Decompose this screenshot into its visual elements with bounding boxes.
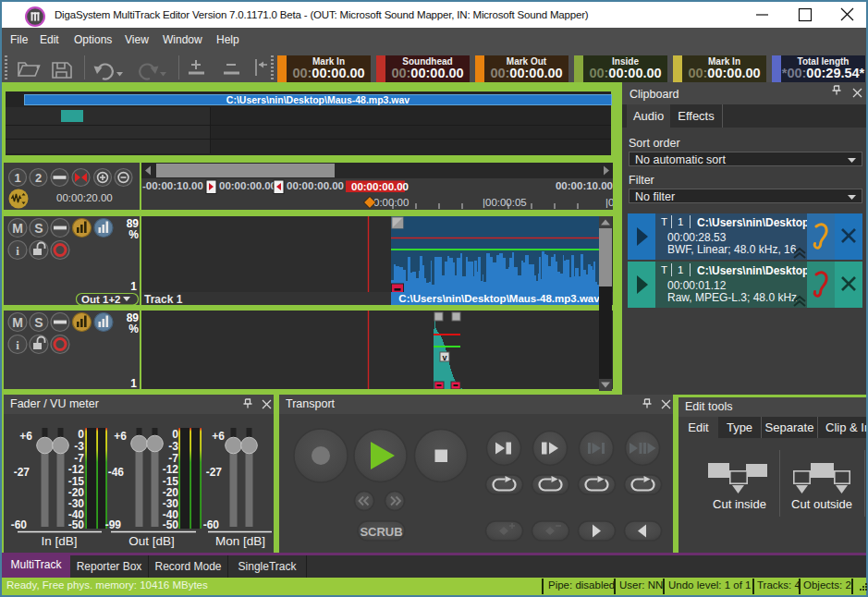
svg-text:+6: +6 bbox=[114, 430, 127, 443]
svg-text:Out 1+2: Out 1+2 bbox=[81, 294, 121, 305]
svg-text:-3: -3 bbox=[74, 440, 84, 453]
svg-text:i: i bbox=[16, 338, 19, 352]
svg-text:-12: -12 bbox=[163, 463, 179, 476]
svg-text:Out [dB]: Out [dB] bbox=[128, 534, 175, 548]
svg-text:i: i bbox=[16, 244, 19, 258]
svg-text:-50: -50 bbox=[163, 518, 179, 531]
svg-text:-00:00:10.00: -00:00:10.00 bbox=[142, 180, 203, 191]
svg-text:00:00:00.00: 00:00:00.00 bbox=[219, 180, 276, 191]
svg-text:SCRUB: SCRUB bbox=[360, 525, 402, 539]
svg-text:v: v bbox=[442, 353, 446, 362]
svg-text:1: 1 bbox=[130, 377, 137, 389]
svg-text:S: S bbox=[34, 315, 43, 330]
svg-text:-60: -60 bbox=[11, 518, 28, 531]
svg-text:0: 0 bbox=[172, 428, 178, 441]
svg-text:M: M bbox=[12, 315, 23, 330]
svg-text:%: % bbox=[128, 323, 139, 335]
svg-text:-60: -60 bbox=[203, 518, 220, 531]
svg-text:+6: +6 bbox=[19, 430, 32, 443]
svg-text:|00:: |00: bbox=[605, 197, 613, 208]
svg-text:-46: -46 bbox=[108, 466, 125, 479]
svg-text:+6: +6 bbox=[212, 430, 225, 443]
svg-text:Cut inside: Cut inside bbox=[713, 497, 766, 511]
svg-text:00:00:00.00: 00:00:00.00 bbox=[287, 180, 344, 191]
svg-text:|00:00:05: |00:00:05 bbox=[483, 197, 527, 208]
svg-text:S: S bbox=[34, 221, 43, 236]
svg-text:-99: -99 bbox=[105, 518, 122, 531]
svg-text:%: % bbox=[128, 228, 139, 241]
svg-text:1: 1 bbox=[14, 171, 20, 185]
svg-text:00:00:10.00: 00:00:10.00 bbox=[556, 180, 613, 191]
svg-text:-27: -27 bbox=[206, 466, 223, 479]
svg-text:M: M bbox=[12, 221, 23, 236]
svg-text:0:00:00: 0:00:00 bbox=[373, 197, 409, 208]
svg-text:-50: -50 bbox=[68, 518, 85, 531]
svg-text:In [dB]: In [dB] bbox=[41, 534, 77, 548]
svg-text:-27: -27 bbox=[14, 466, 31, 479]
svg-text:C:\Users\nin\Desktop\Maus-48.m: C:\Users\nin\Desktop\Maus-48.mp3.wav bbox=[398, 293, 600, 304]
svg-text:Mon [dB]: Mon [dB] bbox=[215, 534, 265, 548]
svg-text:00:00:00.00: 00:00:00.00 bbox=[351, 181, 409, 192]
svg-text:00:00:20.00: 00:00:20.00 bbox=[56, 192, 113, 203]
svg-text:0: 0 bbox=[78, 428, 84, 441]
svg-text:1: 1 bbox=[130, 280, 137, 293]
svg-text:2: 2 bbox=[35, 171, 42, 185]
svg-text:Cut outside: Cut outside bbox=[791, 497, 852, 511]
svg-text:-12: -12 bbox=[68, 463, 85, 476]
svg-text:-3: -3 bbox=[168, 440, 178, 453]
